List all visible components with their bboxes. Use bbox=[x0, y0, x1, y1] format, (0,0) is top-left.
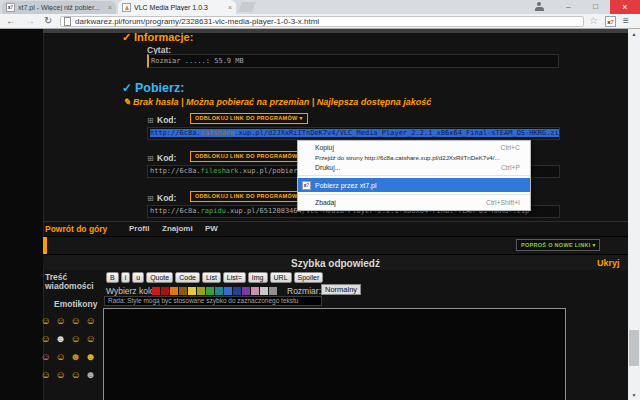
emoticon[interactable]: ☺ bbox=[53, 367, 68, 382]
profil-link[interactable]: Profil bbox=[129, 224, 149, 233]
color-swatch[interactable] bbox=[260, 287, 268, 295]
size-dropdown[interactable]: Normalny bbox=[321, 284, 361, 295]
unlock-links-button[interactable]: ODBLOKUJ LINK DO PROGRAMÓW▾ bbox=[190, 151, 308, 162]
emoticon[interactable]: ☺ bbox=[83, 331, 98, 346]
menu-item-inspect[interactable]: ZbadajCtrl+Shift+I bbox=[298, 197, 530, 208]
emoticon[interactable]: ☺ bbox=[83, 313, 98, 328]
shortcut-label: Ctrl+C bbox=[493, 143, 520, 153]
emoticon[interactable]: ☻ bbox=[68, 349, 83, 364]
bbcode-list-button[interactable]: List bbox=[202, 272, 221, 283]
request-new-links-button[interactable]: POPROŚ O NOWE LINKI ▾ bbox=[516, 239, 600, 251]
color-swatch[interactable] bbox=[170, 287, 178, 295]
emoticon[interactable]: ☻ bbox=[83, 349, 98, 364]
profile-icon[interactable] bbox=[533, 2, 545, 12]
page-icon bbox=[64, 17, 71, 26]
emoticons-grid: ☺☺☺☺☺☻☺☺☺☺☻☻☺☺☺☻ bbox=[38, 310, 100, 382]
emoticon[interactable]: ☺ bbox=[53, 313, 68, 328]
bbcode-underline-button[interactable]: u bbox=[132, 272, 144, 283]
scroll-down-button[interactable]: ▼ bbox=[628, 390, 640, 400]
menu-item-print[interactable]: Drukuj...Ctrl+P bbox=[298, 163, 530, 173]
forward-button[interactable]: → bbox=[25, 14, 35, 28]
bbcode-img-button[interactable]: Img bbox=[248, 272, 268, 283]
orange-accent-bar bbox=[43, 237, 47, 254]
color-swatch[interactable] bbox=[161, 287, 169, 295]
browser-tab-xt7[interactable]: x7 xt7.pl - Więcej niż pobier... × bbox=[2, 1, 116, 14]
color-swatch[interactable] bbox=[152, 287, 160, 295]
menu-item-xt7-download[interactable]: x7 Pobierz przez xt7.pl bbox=[298, 178, 530, 192]
scroll-up-button[interactable]: ▲ bbox=[628, 29, 640, 39]
emoticon[interactable]: ☺ bbox=[38, 367, 53, 382]
emoticon[interactable]: ☺ bbox=[68, 367, 83, 382]
code-icon: ⊞ bbox=[147, 154, 154, 163]
xt7-extension-icon[interactable]: x7 bbox=[605, 16, 616, 27]
color-swatch[interactable] bbox=[251, 287, 259, 295]
scroll-thumb[interactable] bbox=[629, 330, 639, 366]
bbcode-code-button[interactable]: Code bbox=[175, 272, 200, 283]
bbcode-spoiler-button[interactable]: Spoiler bbox=[294, 272, 324, 283]
download-link-1[interactable]: http://6c8a.catshare.xup.pl/d2JXxRiITnDe… bbox=[147, 127, 560, 140]
bbcode-bold-button[interactable]: B bbox=[106, 272, 119, 283]
tab-close-icon[interactable]: × bbox=[228, 4, 232, 11]
browser-toolbar: ← → ↻ darkwarez.pl/forum/programy/232863… bbox=[0, 14, 640, 29]
unlock-links-button[interactable]: ODBLOKUJ LINK DO PROGRAMÓW▾ bbox=[190, 191, 308, 202]
check-icon: ✓ bbox=[122, 81, 132, 95]
browser-tab-vlc-active[interactable]: VLC Media Player 1.0.3 × bbox=[118, 0, 236, 14]
color-swatch[interactable] bbox=[242, 287, 250, 295]
color-swatch[interactable] bbox=[188, 287, 196, 295]
divider bbox=[43, 221, 628, 222]
color-swatch[interactable] bbox=[215, 287, 223, 295]
address-bar[interactable]: darkwarez.pl/forum/programy/2328631-vlc-… bbox=[60, 16, 584, 27]
back-to-top-link[interactable]: Powrót do góry bbox=[45, 224, 107, 234]
color-swatch[interactable] bbox=[197, 287, 205, 295]
unlock-links-button[interactable]: ODBLOKUJ LINK DO PROGRAMÓW▾ bbox=[190, 113, 308, 124]
tab-title: VLC Media Player 1.0.3 bbox=[134, 4, 225, 11]
kod-label: Kod: bbox=[157, 153, 176, 163]
emoticon[interactable]: ☺ bbox=[53, 349, 68, 364]
shortcut-label: Ctrl+P bbox=[493, 163, 520, 173]
znajomi-link[interactable]: Znajomi bbox=[162, 224, 193, 233]
download-heading: Pobierz: bbox=[135, 81, 184, 95]
back-button[interactable]: ← bbox=[6, 14, 16, 28]
maximize-button[interactable]: □ bbox=[583, 0, 608, 13]
close-button[interactable]: × bbox=[610, 0, 640, 14]
hide-link[interactable]: Ukryj bbox=[597, 258, 620, 268]
tab-close-icon[interactable]: × bbox=[108, 4, 112, 11]
new-tab-button[interactable] bbox=[238, 2, 256, 12]
info-heading: Informacje: bbox=[134, 31, 193, 43]
color-swatch[interactable] bbox=[269, 287, 277, 295]
reload-button[interactable]: ↻ bbox=[44, 14, 52, 28]
emoticon[interactable]: ☺ bbox=[38, 349, 53, 364]
color-swatch[interactable] bbox=[233, 287, 241, 295]
bbcode-listeq-button[interactable]: List= bbox=[223, 272, 246, 283]
hint-bar: Rada: Style mogą być stosowane szybko do… bbox=[104, 296, 322, 306]
bbcode-italic-button[interactable]: i bbox=[121, 272, 131, 283]
pw-link[interactable]: PW bbox=[205, 224, 218, 233]
bookmark-star-icon[interactable]: ☆ bbox=[589, 15, 598, 26]
quick-reply-title: Szybka odpowiedź bbox=[43, 258, 628, 269]
code-icon: ⊞ bbox=[147, 194, 154, 203]
emoticon[interactable]: ☺ bbox=[68, 331, 83, 346]
color-swatch[interactable] bbox=[206, 287, 214, 295]
chrome-menu-button[interactable]: ≡ bbox=[623, 14, 629, 28]
download-note: ✎ Brak hasła | Można pobierać na przemia… bbox=[123, 97, 431, 107]
quote-box: Rozmiar .....: 55.9 MB bbox=[147, 54, 559, 68]
color-swatch[interactable] bbox=[179, 287, 187, 295]
emoticon[interactable]: ☺ bbox=[68, 313, 83, 328]
url-text: darkwarez.pl/forum/programy/2328631-vlc-… bbox=[75, 17, 319, 26]
menu-item-goto-page[interactable]: Przejdź do strony http://6c8a.catshare.x… bbox=[298, 153, 530, 163]
kod-label: Kod: bbox=[157, 193, 176, 203]
emoticon[interactable]: ☺ bbox=[38, 331, 53, 346]
xt7-menu-icon: x7 bbox=[302, 181, 311, 190]
check-icon: ✓ bbox=[122, 31, 131, 44]
message-textarea[interactable] bbox=[103, 308, 566, 400]
color-swatch[interactable] bbox=[224, 287, 232, 295]
emoticon[interactable]: ☺ bbox=[38, 313, 53, 328]
minimize-button[interactable]: – bbox=[556, 0, 581, 13]
bbcode-url-button[interactable]: URL bbox=[270, 272, 292, 283]
code-icon: ⊞ bbox=[147, 116, 154, 125]
kod-label: Kod: bbox=[157, 115, 176, 125]
bbcode-quote-button[interactable]: Quote bbox=[146, 272, 173, 283]
emoticon[interactable]: ☻ bbox=[83, 367, 98, 382]
emoticon[interactable]: ☻ bbox=[53, 331, 68, 346]
menu-item-copy[interactable]: KopiujCtrl+C bbox=[298, 143, 530, 153]
